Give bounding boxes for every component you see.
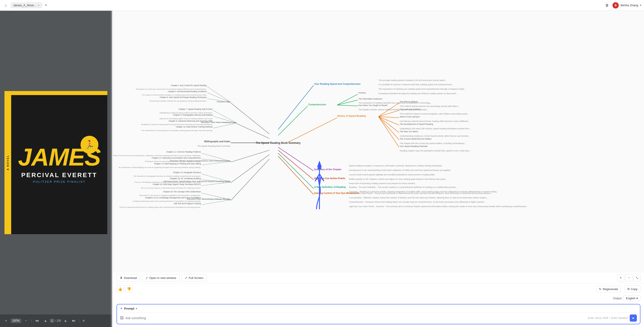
chat-send-button[interactable]: ➤ (630, 314, 637, 322)
svg-line-66 (213, 123, 237, 128)
active-tab[interactable]: James_A_Nove... × (11, 2, 42, 8)
svg-text:The impact of environmental va: The impact of environmental variables on… (142, 94, 207, 96)
fullscreen-button[interactable]: ⤢ Full Screen (181, 274, 207, 281)
cover-top-stripe (4, 91, 107, 95)
chat-image-icon: 🖼 (120, 316, 124, 320)
svg-text:Chapter 9: Advanced Skimming a: Chapter 9: Advanced Skimming and Scannin… (168, 120, 213, 122)
svg-text:The introduction of a new prac: The introduction of a new practice to ac… (141, 130, 213, 132)
cover-side-stripe: A NOVEL (4, 91, 11, 234)
zoom-fit-button[interactable]: ⤡ (633, 274, 640, 281)
zoom-out-icon: − (25, 319, 27, 323)
svg-text:High Eye-Cue Action Points - E: High Eye-Cue Action Points - Exercise - … (349, 205, 527, 208)
chat-input-area: ✦ Prompt ▾ 🖼 Enter Send; Shift + Enter N… (113, 302, 644, 327)
svg-text:Focus on developing vocabulary: Focus on developing vocabulary, through … (134, 181, 201, 183)
svg-line-55 (237, 124, 269, 138)
svg-text:Creating mental data banks and: Creating mental data banks and continuin… (133, 200, 201, 202)
new-window-icon: ⤤ (145, 276, 148, 280)
svg-text:How Were You Taught to Read?: How Were You Taught to Read? (358, 104, 388, 106)
svg-text:Reading - The New Definition -: Reading - The New Definition - This sect… (349, 186, 458, 188)
svg-text:Strategies to improve reading : Strategies to improve reading speed thro… (141, 124, 213, 126)
regenerate-button[interactable]: ↻ Regenerate (596, 286, 621, 292)
open-in-new-window-button[interactable]: ⤤ Open in new window (142, 274, 180, 281)
zoom-value-display[interactable]: 197% (11, 318, 21, 323)
user-menu-chevron[interactable]: ▾ (640, 4, 641, 7)
svg-line-8 (378, 116, 399, 118)
lang-chevron: ▾ (636, 296, 638, 300)
svg-text:The New 101 Metric: The New 101 Metric (400, 130, 418, 133)
new-tab-button[interactable]: + (43, 2, 49, 8)
svg-text:The chapter lists the current : The chapter lists the current top speed … (400, 142, 466, 144)
total-pages: 235 (56, 319, 61, 322)
prompt-chevron-icon[interactable]: ▾ (136, 307, 137, 310)
svg-line-14 (378, 116, 399, 132)
zoom-controls: + − ⤡ (617, 274, 640, 281)
svg-text:Your Reading Speed and Compreh: Your Reading Speed and Comprehension (314, 82, 360, 85)
current-page[interactable]: 1 (50, 319, 54, 323)
svg-text:Chapter 20: The Concept of the: Chapter 20: The Concept of the Global Br… (163, 190, 201, 193)
thumbs-down-button[interactable]: 👎 (126, 286, 132, 292)
pdf-close-button[interactable]: × (82, 318, 85, 323)
prev-page-button[interactable]: ◂ (42, 318, 48, 324)
download-icon: ⬇ (120, 276, 122, 280)
svg-text:Chapter 6: New Speed and Range: Chapter 6: New Speed and Range Reading T… (160, 96, 207, 98)
user-name[interactable]: Bertha Zhang (620, 4, 638, 7)
svg-text:The average reading speed is b: The average reading speed is between 200… (378, 79, 447, 82)
svg-text:It is possible for anyone to i: It is possible for anyone to improve bot… (378, 84, 454, 86)
svg-text:Concentration - Effective read: Concentration - Effective readers reduce… (349, 196, 488, 199)
svg-text:The importance of tracking you: The importance of tracking your reading … (378, 88, 466, 90)
svg-text:Chapter 13: Mind Mapping in Th: Chapter 13: Mind Mapping in Thinking and… (154, 162, 201, 165)
page-separator: / (55, 319, 56, 322)
svg-text:Chapter 7: Speed Reading Hall : Chapter 7: Speed Reading Hall of Fame (179, 108, 213, 110)
svg-text:The chapter reviews various re: The chapter reviews various reading meth… (358, 108, 428, 111)
svg-text:Originating in the early 20th : Originating in the early 20th century, s… (400, 128, 471, 130)
zoom-out-map-button[interactable]: − (625, 274, 632, 281)
copy-button[interactable]: ⧉ Copy (624, 286, 640, 292)
output-label: Output (613, 296, 622, 300)
mind-map-svg: The Speed Reading Book Summary History o… (113, 11, 644, 272)
svg-text:Chapters 15-16: Vocabulary Bui: Chapters 15-16: Vocabulary Building (170, 177, 201, 180)
zoom-out-button[interactable]: − (22, 318, 29, 324)
download-button[interactable]: ⬇ Download (116, 274, 140, 281)
last-page-button[interactable]: ⏭ (70, 318, 77, 324)
svg-text:Chapter 4: Eye Control for Spe: Chapter 4: Eye Control for Speed Reading (171, 84, 207, 86)
svg-text:Fast literacy extends beyond b: Fast literacy extends beyond basic readi… (400, 120, 470, 122)
language-selector[interactable]: English ▾ (624, 295, 640, 301)
topbar: ⌂ James_A_Nove... × + 🗑 B Bertha Zhang ▾ (0, 0, 644, 11)
user-avatar: B (612, 2, 619, 8)
svg-marker-120 (317, 160, 322, 167)
svg-text:Chapter 18: Mind Map Organic S: Chapter 18: Mind Map Organic Study Techn… (153, 183, 201, 186)
svg-line-71 (207, 87, 231, 102)
prompt-box: ✦ Prompt ▾ 🖼 Enter Send; Shift + Enter N… (116, 304, 640, 324)
svg-text:This method teaches phonics by: This method teaches phonics by associati… (400, 105, 460, 107)
thumbs-up-icon: 👍 (118, 287, 122, 291)
svg-line-30 (337, 105, 358, 106)
svg-line-25 (337, 94, 358, 105)
pdf-content: A NOVEL 🏃 JAMES PERCIVAL EVERETT PULITZE… (0, 11, 112, 314)
tab-close-button[interactable]: × (38, 4, 40, 7)
zoom-in-button[interactable]: + (3, 318, 10, 324)
svg-text:Your Speed Reading Potential: Your Speed Reading Potential (400, 145, 427, 148)
first-page-button[interactable]: ⏮ (34, 318, 40, 324)
svg-text:The production of reading mate: The production of reading materials has … (358, 102, 432, 104)
thumbs-up-button[interactable]: 👍 (116, 286, 124, 292)
trash-button[interactable]: 🗑 (605, 3, 609, 8)
home-button[interactable]: ⌂ (3, 2, 9, 8)
svg-line-80 (231, 150, 270, 162)
svg-text:Preview: Preview (358, 92, 366, 94)
svg-text:Current world record speeds hi: Current world record speeds highlight th… (349, 174, 435, 176)
fullscreen-icon: ⤢ (185, 276, 188, 280)
svg-text:History of Speed Reading: History of Speed Reading (337, 114, 366, 117)
next-page-button[interactable]: ▸ (62, 318, 69, 324)
cover-side-text: A NOVEL (6, 155, 9, 170)
scroll-indicator (110, 11, 112, 327)
mind-map-container[interactable]: The Speed Reading Book Summary History o… (113, 11, 644, 272)
svg-text:Chapter 5: Environmental Readi: Chapter 5: Environmental Reading Conditi… (168, 90, 206, 92)
download-label: Download (124, 276, 137, 280)
svg-text:What is Fast Literacy?: What is Fast Literacy? (400, 116, 420, 118)
svg-text:Comprehension: Comprehension (308, 103, 326, 106)
chat-text-input[interactable] (126, 316, 586, 320)
svg-text:Discussion on the future of co: Discussion on the future of cognitive ca… (139, 194, 201, 196)
action-toolbar: ⬇ Download ⤤ Open in new window ⤢ Full S… (113, 272, 644, 284)
zoom-in-map-button[interactable]: + (617, 274, 624, 281)
svg-text:Increasing motivation through : Increasing motivation through pre-readin… (378, 92, 458, 94)
